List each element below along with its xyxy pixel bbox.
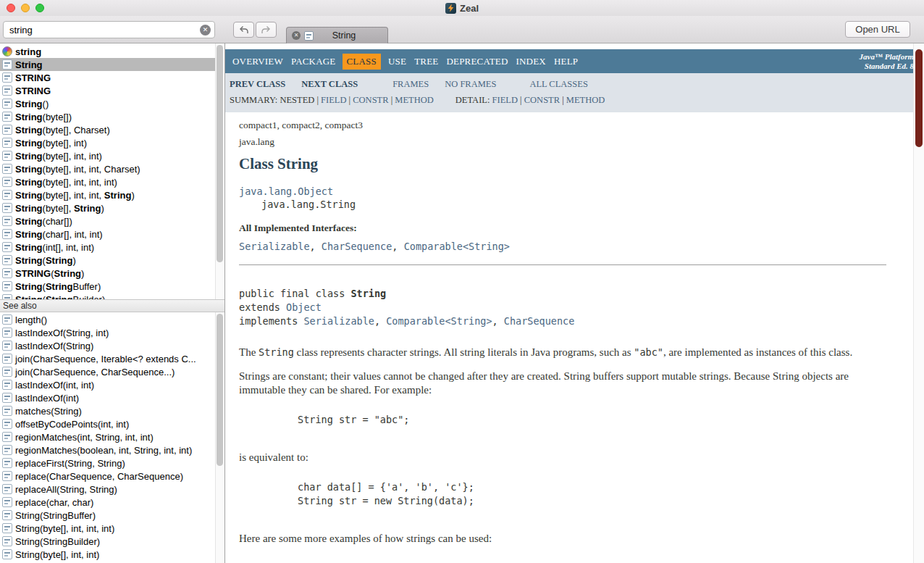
see-also-item-label: lastIndexOf(String, int)	[15, 328, 109, 338]
subnav-prev-class[interactable]: PREV CLASS	[230, 79, 285, 89]
inheritance-link-object[interactable]: java.lang.Object	[239, 185, 886, 198]
search-result-item[interactable]: String(byte[], int)	[0, 136, 224, 149]
see-also-item[interactable]: String(StringBuffer)	[0, 509, 224, 522]
subnav-method[interactable]: METHOD	[395, 95, 433, 105]
see-also-item[interactable]: lastIndexOf(int, int)	[0, 378, 224, 391]
nav-deprecated[interactable]: DEPRECATED	[443, 53, 511, 70]
search-result-item-label: String(StringBuffer)	[15, 281, 101, 292]
back-button[interactable]	[233, 22, 254, 38]
search-result-item[interactable]: String()	[0, 97, 224, 110]
search-result-item-label: String(int[], int, int)	[15, 242, 94, 253]
see-also-item[interactable]: replaceFirst(String, String)	[0, 456, 224, 470]
see-also-item[interactable]: length()	[0, 313, 224, 326]
doc-link[interactable]: Comparable<String>	[404, 241, 510, 252]
search-result-item[interactable]: String(byte[], int, int)	[0, 149, 224, 162]
tab-close-icon[interactable]: ✕	[292, 31, 301, 40]
doc-link[interactable]: Serializable	[303, 315, 374, 327]
subnav-field[interactable]: FIELD	[492, 95, 518, 105]
see-also-item[interactable]: lastIndexOf(String)	[0, 339, 224, 352]
see-also-item[interactable]: String(byte[], int, int, int)	[0, 522, 224, 535]
content-scrollbar-thumb[interactable]	[915, 49, 923, 147]
doc-link[interactable]: Serializable	[239, 241, 310, 252]
subnav-frames[interactable]: FRAMES	[392, 79, 429, 89]
search-result-item[interactable]: String(char[], int, int)	[0, 228, 224, 241]
entry-icon	[2, 112, 12, 122]
text-segment: The	[239, 346, 259, 358]
see-also-item[interactable]: regionMatches(int, String, int, int)	[0, 430, 224, 443]
see-also-item[interactable]: regionMatches(boolean, int, String, int,…	[0, 443, 224, 456]
see-also-item-label: offsetByCodePoints(int, int)	[15, 419, 129, 430]
search-result-item[interactable]: STRING(String)	[0, 267, 224, 280]
subnav-constr[interactable]: CONSTR	[524, 95, 560, 105]
nav-help[interactable]: HELP	[551, 53, 581, 70]
zeal-window: Zeal ✕ ✕ String Open URL	[0, 0, 924, 563]
entry-icon	[2, 536, 12, 546]
subnav-all-classes[interactable]: ALL CLASSES	[529, 79, 587, 89]
search-result-item[interactable]: String(byte[])	[0, 110, 224, 123]
nav-use[interactable]: USE	[385, 53, 409, 70]
doc-link[interactable]: Comparable<String>	[386, 315, 492, 327]
text-segment: ,	[392, 241, 403, 252]
nav-overview[interactable]: OVERVIEW	[230, 53, 286, 70]
subnav-next-class[interactable]: NEXT CLASS	[301, 79, 358, 89]
nav-class[interactable]: CLASS	[343, 54, 381, 70]
search-result-item[interactable]: String(String)	[0, 254, 224, 267]
see-also-item-label: String(StringBuilder)	[15, 536, 100, 547]
tab-string[interactable]: ✕ String	[286, 27, 388, 43]
doc-link[interactable]: Object	[286, 301, 322, 313]
search-result-item[interactable]: String(char[])	[0, 214, 224, 228]
minimize-window-button[interactable]	[21, 4, 30, 12]
see-also-item[interactable]: String(byte[], int, int)	[0, 548, 224, 561]
search-result-item[interactable]: String(byte[], int, int, Charset)	[0, 162, 224, 175]
see-also-item[interactable]: replace(char, char)	[0, 496, 224, 509]
forward-button[interactable]	[256, 22, 277, 38]
doc-link[interactable]: CharSequence	[322, 241, 392, 252]
titlebar: Zeal	[0, 0, 924, 16]
search-result-item[interactable]: String(byte[], int, int, String)	[0, 188, 224, 201]
subnav-method[interactable]: METHOD	[566, 95, 605, 105]
doc-link[interactable]: CharSequence	[504, 315, 575, 327]
search-result-item[interactable]: String(StringBuffer)	[0, 280, 224, 293]
see-also-item[interactable]: replace(CharSequence, CharSequence)	[0, 470, 224, 483]
search-result-item[interactable]: STRING	[0, 84, 224, 97]
see-also-item-label: replaceAll(String, String)	[15, 484, 117, 495]
see-also-item[interactable]: lastIndexOf(String, int)	[0, 326, 224, 339]
search-input[interactable]	[5, 25, 200, 36]
main-row: stringStringSTRINGSTRINGString()String(b…	[0, 43, 924, 563]
see-also-item[interactable]: offsetByCodePoints(int, int)	[0, 417, 224, 430]
see-also-scrollbar-thumb[interactable]	[217, 314, 223, 466]
search-result-item-label: STRING(String)	[15, 268, 84, 279]
subnav-field[interactable]: FIELD	[321, 95, 346, 105]
entry-icon	[2, 99, 12, 109]
search-result-item-label: String(byte[], Charset)	[15, 125, 110, 135]
search-result-item[interactable]: String(byte[], int, int, int)	[0, 175, 224, 188]
see-also-item[interactable]: String(StringBuilder)	[0, 535, 224, 548]
see-also-item[interactable]: replaceAll(String, String)	[0, 483, 224, 496]
subnav-no-frames[interactable]: NO FRAMES	[445, 79, 496, 89]
sidebar-scrollbar-thumb[interactable]	[217, 45, 223, 262]
see-also-item[interactable]: join(CharSequence, Iterable<? extends C.…	[0, 352, 224, 365]
search-result-item[interactable]: String(byte[], Charset)	[0, 123, 224, 136]
clear-search-icon[interactable]: ✕	[200, 25, 211, 36]
zoom-window-button[interactable]	[35, 4, 44, 12]
see-also-item[interactable]: matches(String)	[0, 404, 224, 417]
see-also-item[interactable]: join(CharSequence, CharSequence...)	[0, 365, 224, 378]
see-also-item[interactable]: lastIndexOf(int)	[0, 391, 224, 404]
search-result-item[interactable]: String(int[], int, int)	[0, 241, 224, 254]
search-result-item[interactable]: string	[0, 45, 224, 58]
nav-index[interactable]: INDEX	[513, 53, 549, 70]
search-box[interactable]: ✕	[3, 21, 215, 38]
nav-package[interactable]: PACKAGE	[288, 53, 339, 70]
search-result-item[interactable]: String(byte[], String)	[0, 201, 224, 214]
search-result-item[interactable]: String(StringBuilder)	[0, 293, 224, 299]
see-also-scrollbar-track	[215, 312, 224, 563]
subnav-constr[interactable]: CONSTR	[353, 95, 388, 105]
close-window-button[interactable]	[7, 4, 15, 12]
entry-icon	[2, 458, 12, 468]
open-url-button[interactable]: Open URL	[845, 21, 910, 38]
nav-tree[interactable]: TREE	[411, 53, 441, 70]
search-result-item[interactable]: STRING	[0, 71, 224, 84]
inheritance-current-class: java.lang.String	[239, 198, 886, 211]
text-segment: String	[350, 288, 386, 299]
search-result-item[interactable]: String	[0, 58, 224, 71]
